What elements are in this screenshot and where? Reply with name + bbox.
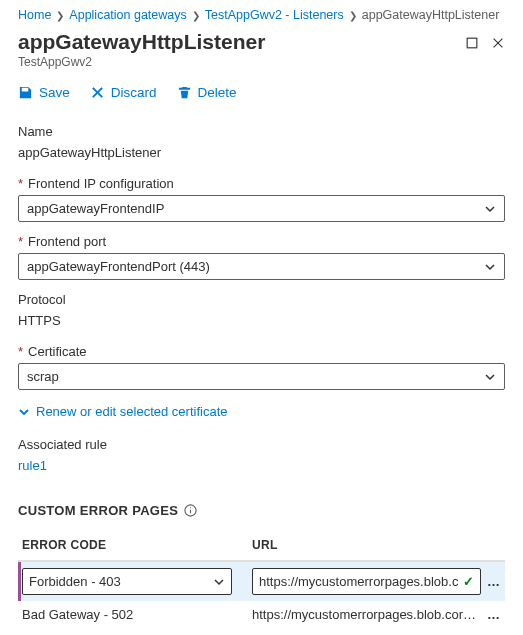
required-icon: * — [18, 176, 23, 191]
protocol-label: Protocol — [18, 292, 505, 311]
breadcrumb-instance[interactable]: TestAppGwv2 - Listeners — [205, 8, 344, 22]
col-url: URL — [252, 538, 501, 552]
name-value: appGatewayHttpListener — [18, 143, 505, 164]
frontend-ip-label: Frontend IP configuration — [28, 176, 174, 191]
frontend-port-label: Frontend port — [28, 234, 106, 249]
page-subtitle: TestAppGwv2 — [18, 55, 465, 69]
chevron-down-icon — [484, 371, 496, 383]
more-options-button[interactable]: … — [487, 607, 501, 622]
chevron-right-icon: ❯ — [349, 10, 357, 21]
save-icon — [18, 85, 33, 100]
renew-certificate-link[interactable]: Renew or edit selected certificate — [18, 404, 505, 419]
error-code-select[interactable]: Forbidden - 403 — [22, 568, 232, 595]
frontend-ip-value: appGatewayFrontendIP — [27, 201, 164, 216]
col-error-code: ERROR CODE — [22, 538, 252, 552]
save-button[interactable]: Save — [18, 85, 70, 100]
chevron-right-icon: ❯ — [56, 10, 64, 21]
breadcrumb-current: appGatewayHttpListener — [362, 8, 500, 22]
more-options-button[interactable]: … — [487, 574, 501, 589]
error-code-value: Forbidden - 403 — [29, 574, 121, 589]
certificate-label: Certificate — [28, 344, 87, 359]
custom-error-pages-heading-text: CUSTOM ERROR PAGES — [18, 503, 178, 518]
info-icon[interactable] — [184, 504, 197, 517]
protocol-value: HTTPS — [18, 311, 505, 332]
discard-button[interactable]: Discard — [90, 85, 157, 100]
table-row: Bad Gateway - 502 https://mycustomerrorp… — [18, 601, 505, 628]
blade-header: appGatewayHttpListener TestAppGwv2 — [0, 26, 523, 77]
delete-label: Delete — [198, 85, 237, 100]
renew-certificate-label: Renew or edit selected certificate — [36, 404, 227, 419]
checkmark-icon: ✓ — [463, 574, 474, 589]
chevron-right-icon: ❯ — [192, 10, 200, 21]
name-label: Name — [18, 124, 505, 143]
error-url-value: https://mycustomerrorpages.blob.core.win… — [252, 607, 481, 622]
associated-rule-link[interactable]: rule1 — [18, 456, 505, 477]
associated-rule-label: Associated rule — [18, 437, 505, 456]
breadcrumb: Home ❯ Application gateways ❯ TestAppGwv… — [0, 0, 523, 26]
table-row: Forbidden - 403 https://mycustomerrorpag… — [18, 562, 505, 601]
breadcrumb-gateways[interactable]: Application gateways — [69, 8, 186, 22]
required-icon: * — [18, 344, 23, 359]
delete-icon — [177, 85, 192, 100]
required-icon: * — [18, 234, 23, 249]
chevron-down-icon — [213, 576, 225, 588]
delete-button[interactable]: Delete — [177, 85, 237, 100]
discard-label: Discard — [111, 85, 157, 100]
toolbar: Save Discard Delete — [0, 77, 523, 112]
discard-icon — [90, 85, 105, 100]
restore-icon[interactable] — [465, 36, 479, 50]
chevron-down-icon — [18, 406, 30, 418]
certificate-select[interactable]: scrap — [18, 363, 505, 390]
save-label: Save — [39, 85, 70, 100]
frontend-port-value: appGatewayFrontendPort (443) — [27, 259, 210, 274]
close-icon[interactable] — [491, 36, 505, 50]
error-pages-table: ERROR CODE URL Forbidden - 403 https://m… — [18, 532, 505, 628]
certificate-value: scrap — [27, 369, 59, 384]
chevron-down-icon — [484, 261, 496, 273]
error-url-input[interactable]: https://mycustomerrorpages.blob.core.w ✓ — [252, 568, 481, 595]
error-url-value: https://mycustomerrorpages.blob.core.w — [259, 574, 459, 589]
error-code-value: Bad Gateway - 502 — [22, 607, 252, 622]
svg-point-7 — [190, 507, 191, 508]
frontend-ip-select[interactable]: appGatewayFrontendIP — [18, 195, 505, 222]
breadcrumb-home[interactable]: Home — [18, 8, 51, 22]
frontend-port-select[interactable]: appGatewayFrontendPort (443) — [18, 253, 505, 280]
custom-error-pages-heading: CUSTOM ERROR PAGES — [18, 503, 505, 518]
page-title: appGatewayHttpListener — [18, 30, 465, 54]
chevron-down-icon — [484, 203, 496, 215]
svg-rect-0 — [467, 38, 477, 48]
